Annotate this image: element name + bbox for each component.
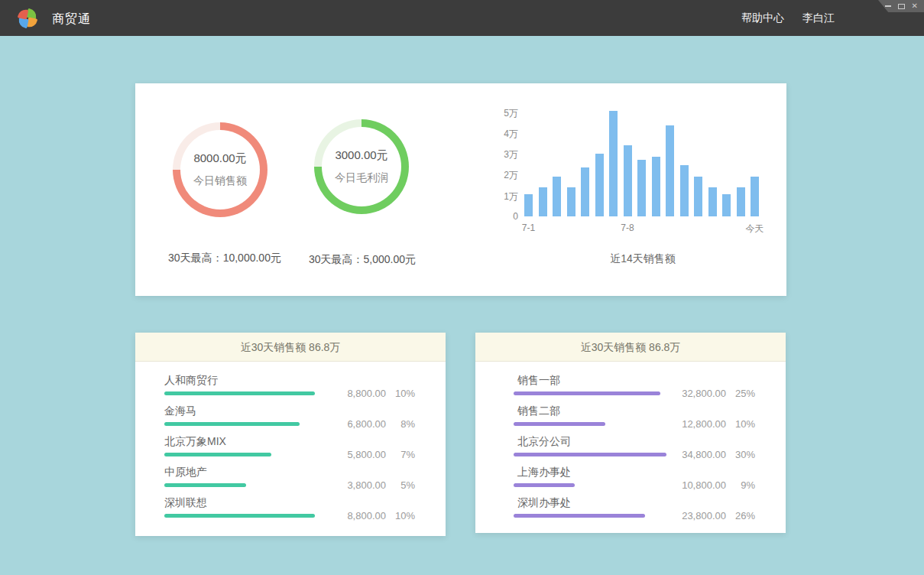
rank-row-value: 8,800.00: [331, 388, 386, 399]
rank-row-numbers: 8,800.0010%: [331, 510, 415, 521]
close-icon[interactable]: ✕: [912, 2, 918, 10]
rank-row-percent: 10%: [392, 510, 415, 521]
rank-row-bar: [164, 483, 246, 487]
rank-row-value: 10,800.00: [671, 479, 726, 491]
rank-row-value: 34,800.00: [671, 449, 726, 460]
department-rank-card: 近30天销售额 86.8万 销售一部32,800.0025%销售二部12,800…: [475, 333, 786, 533]
y-axis-tick-label: 0: [488, 211, 518, 222]
rank-row-numbers: 6,800.008%: [331, 418, 415, 430]
rank-row: 中原地产3,800.005%: [164, 466, 415, 497]
department-rank-list: 销售一部32,800.0025%销售二部12,800.0010%北京分公司34,…: [475, 362, 786, 528]
rank-row-bar: [164, 453, 271, 456]
rank-row-label: 金海马: [164, 405, 415, 417]
rank-row-bar: [514, 391, 660, 395]
x-axis-tick-label: 7-1: [522, 223, 535, 233]
rank-row-percent: 8%: [392, 418, 415, 430]
daily-sales-bar: [524, 194, 533, 216]
rank-row-numbers: 34,800.0030%: [671, 449, 755, 460]
rank-row-label: 深圳联想: [164, 497, 415, 508]
daily-sales-bar: [595, 154, 604, 216]
rank-row-bar: [514, 453, 666, 456]
y-axis-tick-label: 5万: [488, 107, 518, 120]
rank-row-value: 3,800.00: [331, 479, 386, 491]
daily-sales-bar: [652, 157, 660, 216]
daily-sales-plot: [524, 102, 761, 216]
daily-sales-bar: [609, 111, 618, 216]
rank-row-bar: [514, 422, 605, 426]
rank-row: 人和商贸行8,800.0010%: [164, 375, 415, 405]
rank-row-bar: [164, 514, 315, 518]
daily-sales-bar: [567, 187, 575, 216]
rank-row-percent: 9%: [732, 479, 755, 491]
pinwheel-logo-icon: [16, 7, 39, 30]
rank-row-label: 北京万象MIX: [164, 436, 415, 447]
daily-sales-bar: [539, 187, 547, 216]
daily-sales-chart-title: 近14天销售额: [524, 252, 761, 266]
daily-sales-bar: [722, 194, 731, 216]
rank-row-numbers: 5,800.007%: [331, 449, 415, 460]
rank-row-value: 23,800.00: [671, 510, 726, 521]
rank-row-percent: 26%: [732, 510, 755, 521]
x-axis-tick-label: 今天: [746, 223, 764, 236]
rank-row-percent: 25%: [732, 388, 755, 399]
rank-row-numbers: 12,800.0010%: [671, 418, 755, 430]
y-axis-tick-label: 1万: [488, 190, 518, 203]
maximize-icon[interactable]: [898, 4, 905, 9]
titlebar: 商贸通 帮助中心 李白江 ✕: [0, 0, 924, 36]
today-profit-donut: 3000.00元 今日毛利润: [314, 119, 409, 214]
dashboard: 8000.00元 今日销售额 30天最高：10,000.00元 3000.00元…: [0, 36, 924, 575]
rank-row-value: 5,800.00: [331, 449, 386, 460]
rank-row: 深圳办事处23,800.0026%: [514, 497, 755, 528]
rank-row-bar: [514, 514, 645, 518]
today-sales-donut: 8000.00元 今日销售额: [173, 122, 267, 217]
today-sales-label: 今日销售额: [193, 174, 247, 188]
daily-sales-bar: [666, 125, 674, 216]
rank-row: 北京万象MIX5,800.007%: [164, 436, 415, 466]
rank-row-value: 32,800.00: [671, 388, 726, 399]
rank-row-percent: 10%: [392, 388, 415, 399]
rank-row-numbers: 3,800.005%: [331, 479, 415, 491]
rank-row-label: 销售一部: [517, 375, 755, 386]
y-axis-tick-label: 2万: [488, 169, 518, 182]
overview-card: 8000.00元 今日销售额 30天最高：10,000.00元 3000.00元…: [135, 83, 786, 296]
rank-row: 深圳联想8,800.0010%: [164, 497, 415, 528]
help-center-link[interactable]: 帮助中心: [741, 11, 784, 25]
rank-row-value: 8,800.00: [331, 510, 386, 521]
rank-row-percent: 5%: [392, 479, 415, 491]
y-axis-tick-label: 4万: [488, 128, 518, 141]
titlebar-menu: 帮助中心 李白江: [741, 0, 835, 36]
rank-row-value: 6,800.00: [331, 418, 386, 430]
rank-row-label: 上海办事处: [517, 466, 755, 478]
minimize-icon[interactable]: [885, 5, 891, 7]
daily-sales-bar: [694, 177, 702, 216]
today-sales-value: 8000.00元: [193, 151, 246, 166]
rank-row-label: 中原地产: [164, 466, 415, 478]
rank-row: 金海马6,800.008%: [164, 405, 415, 436]
today-profit-max-caption: 30天最高：5,000.00元: [309, 253, 416, 267]
rank-row-bar: [514, 483, 575, 487]
app-title: 商贸通: [52, 0, 91, 36]
rank-row: 销售一部32,800.0025%: [514, 375, 755, 405]
daily-sales-chart: 近14天销售额 01万2万3万4万5万7-17-8今天: [488, 102, 772, 289]
rank-row: 上海办事处10,800.009%: [514, 466, 755, 497]
rank-row-label: 人和商贸行: [164, 375, 415, 386]
daily-sales-bar: [751, 177, 759, 216]
rank-row-bar: [164, 422, 300, 426]
rank-row-percent: 7%: [392, 449, 415, 460]
window-controls: ✕: [878, 0, 924, 12]
rank-row: 销售二部12,800.0010%: [514, 405, 755, 436]
customer-rank-list: 人和商贸行8,800.0010%金海马6,800.008%北京万象MIX5,80…: [135, 362, 446, 528]
rank-row-numbers: 23,800.0026%: [671, 510, 755, 521]
today-profit-value: 3000.00元: [335, 148, 387, 163]
rank-row-label: 北京分公司: [517, 436, 755, 447]
rank-row: 北京分公司34,800.0030%: [514, 436, 755, 466]
user-menu[interactable]: 李白江: [802, 11, 835, 25]
rank-row-percent: 10%: [732, 418, 755, 430]
daily-sales-bar: [680, 165, 689, 216]
rank-row-label: 销售二部: [517, 405, 755, 417]
rank-row-label: 深圳办事处: [517, 497, 755, 508]
today-profit-label: 今日毛利润: [335, 171, 388, 185]
app-window: 商贸通 帮助中心 李白江 ✕ 8000.00元 今日销售额 30天最高：10,0…: [0, 0, 924, 575]
rank-row-numbers: 8,800.0010%: [331, 388, 415, 399]
x-axis-tick-label: 7-8: [621, 223, 634, 233]
